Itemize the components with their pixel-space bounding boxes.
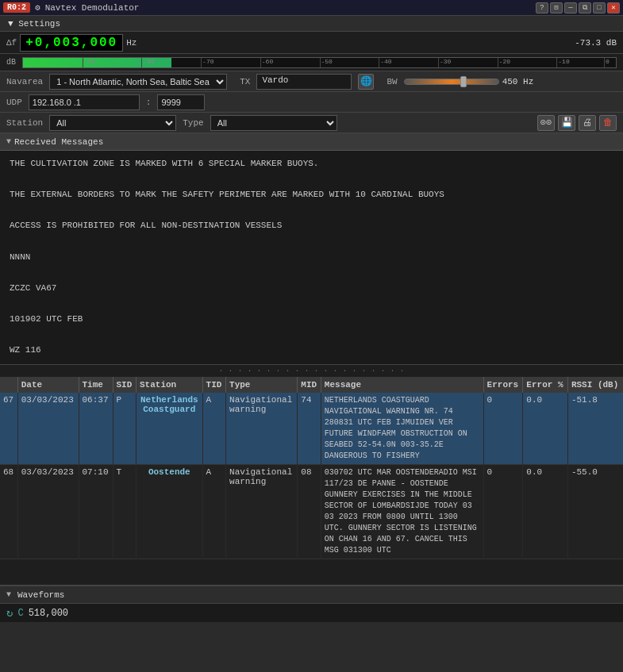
msg-line-0: THE CULTIVATION ZONE IS MARKED WITH 6 SP…	[10, 157, 613, 171]
col-rssi: RSSI (dB)	[567, 377, 623, 393]
cell-num: 67	[0, 393, 17, 465]
msg-line-blank-6	[10, 359, 613, 365]
bw-slider-container: 450 Hz	[404, 77, 534, 86]
version-badge: R0:2	[3, 2, 30, 13]
close-button[interactable]: ✕	[607, 2, 620, 13]
tick-0: 0	[604, 58, 610, 67]
restore-button[interactable]: □	[593, 2, 606, 13]
cell-station: Oostende	[137, 465, 203, 559]
settings-menu[interactable]: ▼ Settings	[3, 19, 65, 29]
msg-line-blank-5	[10, 328, 613, 343]
section-collapse-arrow: ▼	[6, 137, 11, 146]
col-time: Time	[79, 377, 113, 393]
tile-button[interactable]: ⧉	[579, 2, 591, 13]
msg-line-blank-3	[10, 266, 613, 280]
type-filter-label: Type	[183, 118, 203, 128]
col-mid: MID	[298, 377, 321, 393]
db-label: dB	[6, 58, 19, 67]
tick-40: -40	[379, 58, 391, 67]
tx-value: Vardo	[256, 74, 352, 90]
cell-date: 03/03/2023	[17, 393, 79, 465]
navarea-label: Navarea	[6, 77, 43, 86]
refresh-icon[interactable]: ↻	[6, 606, 13, 620]
table-row[interactable]: 68 03/03/2023 07:10 T Oostende A Navigat…	[0, 465, 623, 559]
cell-message: NETHERLANDS COASTGUARD NAVIGATIONAL WARN…	[321, 393, 483, 465]
station-filter-select[interactable]: All	[49, 115, 176, 131]
minimize-button[interactable]: —	[564, 2, 577, 13]
footer-indicator: C	[17, 608, 23, 619]
delete-icon-button[interactable]: 🗑	[599, 115, 617, 131]
tx-label: TX	[240, 77, 250, 86]
type-filter-select[interactable]: All	[210, 115, 337, 131]
msg-line-4: ZCZC VA67	[10, 282, 613, 296]
waveforms-label: Waveforms	[17, 590, 64, 600]
col-type: Type	[226, 377, 298, 393]
cell-sid: P	[113, 393, 136, 465]
rssi-display: -73.3 dB	[575, 38, 617, 48]
cell-errors: 0	[483, 465, 523, 559]
title-bar-left: R0:2 ⚙ Navtex Demodulator	[3, 2, 139, 13]
col-num	[0, 377, 17, 393]
udp-ip-input[interactable]	[29, 94, 140, 110]
messages-table: Date Time SID Station TID Type MID Messa…	[0, 377, 623, 559]
level-row: dB -90 -80 -70 -60 -50 -40 -30 -20 -10 0	[0, 54, 623, 71]
col-sid: SID	[113, 377, 136, 393]
messages-table-container[interactable]: · · · · · · · · · · · · · · · · · · · · …	[0, 365, 623, 586]
cell-sid: T	[113, 465, 136, 559]
delta-f-label: Δf	[6, 38, 17, 48]
globe-button[interactable]: 🌐	[358, 74, 374, 90]
title-bar-controls: ? ⊡ — ⧉ □ ✕	[536, 2, 620, 13]
cell-message: 030702 UTC MAR OOSTENDERADIO MSI 117/23 …	[321, 465, 483, 559]
received-messages-label: Received Messages	[14, 137, 103, 147]
filter-row: Station All Type All ⊙⊙ 💾 🖨 🗑	[0, 113, 623, 133]
message-text-area[interactable]: THE CULTIVATION ZONE IS MARKED WITH 6 SP…	[0, 151, 623, 365]
cell-tid: A	[202, 465, 225, 559]
level-fill	[23, 58, 171, 67]
table-body: 67 03/03/2023 06:37 P NetherlandsCoastgu…	[0, 393, 623, 559]
level-bar: -90 -80 -70 -60 -50 -40 -30 -20 -10 0	[22, 57, 617, 68]
help-button[interactable]: ?	[536, 2, 548, 13]
tick-50: -50	[320, 58, 333, 67]
gear-icon: ⚙	[35, 2, 40, 13]
tick-70: -70	[201, 58, 213, 67]
udp-label: UDP	[6, 98, 22, 107]
msg-line-1: THE EXTERNAL BORDERS TO MARK THE SAFETY …	[10, 188, 613, 202]
udp-port-input[interactable]	[157, 94, 205, 110]
footer-frequency: 518,000	[29, 608, 68, 619]
navarea-row: Navarea 1 - North Atlantic, North Sea, B…	[0, 71, 623, 92]
monitor-icon-button[interactable]: ⊙⊙	[537, 115, 555, 131]
bw-slider-thumb	[460, 76, 467, 87]
info-button[interactable]: ⊡	[550, 2, 563, 13]
print-icon-button[interactable]: 🖨	[579, 115, 596, 131]
waveforms-arrow: ▼	[6, 590, 11, 599]
footer: ↻ C 518,000	[0, 603, 623, 622]
bw-slider[interactable]	[404, 79, 499, 85]
msg-line-blank-1	[10, 204, 613, 218]
filter-icons: ⊙⊙ 💾 🖨 🗑	[537, 115, 617, 131]
col-tid: TID	[202, 377, 225, 393]
msg-line-blank-4	[10, 297, 613, 311]
cell-rssi: -55.0	[567, 465, 623, 559]
freq-unit-label: Hz	[126, 38, 137, 48]
cell-mid: 74	[298, 393, 321, 465]
cell-error-pct: 0.0	[523, 465, 568, 559]
port-separator: :	[146, 98, 152, 107]
navarea-select[interactable]: 1 - North Atlantic, North Sea, Baltic Se…	[49, 74, 227, 90]
cell-tid: A	[202, 393, 225, 465]
title-bar: R0:2 ⚙ Navtex Demodulator ? ⊡ — ⧉ □ ✕	[0, 0, 623, 16]
cell-num: 68	[0, 465, 17, 559]
table-header-row: Date Time SID Station TID Type MID Messa…	[0, 377, 623, 393]
waveforms-bar[interactable]: ▼ Waveforms	[0, 586, 623, 603]
bw-value: 450 Hz	[502, 77, 534, 86]
save-icon-button[interactable]: 💾	[558, 115, 575, 131]
tick-60: -60	[260, 58, 273, 67]
col-errors: Errors	[483, 377, 523, 393]
cell-type: Navigationalwarning	[226, 393, 298, 465]
cell-type: Navigationalwarning	[226, 465, 298, 559]
udp-row: UDP :	[0, 92, 623, 113]
table-row[interactable]: 67 03/03/2023 06:37 P NetherlandsCoastgu…	[0, 393, 623, 465]
received-messages-header[interactable]: ▼ Received Messages	[0, 133, 623, 151]
cell-errors: 0	[483, 393, 523, 465]
col-date: Date	[17, 377, 79, 393]
msg-line-blank-2	[10, 235, 613, 249]
